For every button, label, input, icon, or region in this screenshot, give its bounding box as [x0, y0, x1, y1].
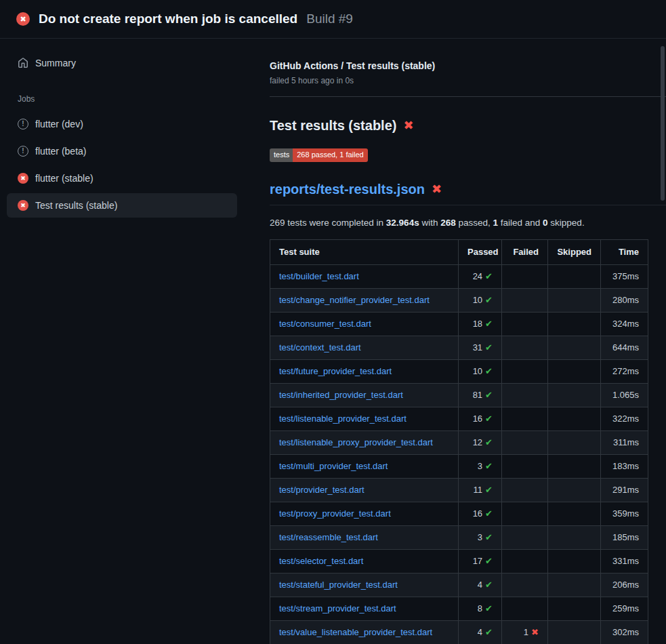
exclamation-circle-icon: ! — [18, 119, 28, 129]
suite-link[interactable]: test/selector_test.dart — [279, 556, 363, 566]
jobs-section-label: Jobs — [7, 78, 237, 112]
skipped-cell — [548, 431, 601, 455]
report-title: reports/test-results.json ✖ — [270, 180, 666, 205]
table-row: test/stream_provider_test.dart 8✔ ✖ 259m… — [270, 597, 648, 621]
table-row: test/proxy_provider_test.dart 16✔ ✖ 359m… — [270, 502, 648, 526]
results-table: Test suite Passed Failed Skipped Time te… — [270, 239, 648, 644]
sidebar-item-test-results-stable[interactable]: ✖ Test results (stable) — [7, 193, 237, 218]
build-number: Build #9 — [306, 9, 353, 28]
passed-count: 16 — [473, 414, 482, 424]
check-icon: ✔ — [485, 342, 493, 353]
suite-link[interactable]: test/stream_provider_test.dart — [279, 603, 396, 613]
skipped-cell — [548, 336, 601, 360]
table-row: test/listenable_provider_test.dart 16✔ ✖… — [270, 407, 648, 431]
suite-link[interactable]: test/reassemble_test.dart — [279, 532, 378, 542]
check-icon: ✔ — [485, 390, 493, 400]
summary-passed: 268 — [440, 218, 456, 228]
check-icon: ✔ — [485, 295, 493, 305]
table-row: test/context_test.dart 31✔ ✖ 644ms — [270, 336, 648, 360]
skipped-cell — [548, 621, 601, 644]
breadcrumb: GitHub Actions / Test results (stable) — [270, 59, 666, 73]
table-row: test/consumer_test.dart 18✔ ✖ 324ms — [270, 313, 648, 336]
check-icon: ✔ — [485, 508, 493, 519]
time-cell: 331ms — [601, 550, 648, 573]
skipped-cell — [548, 265, 601, 289]
passed-count: 24 — [473, 271, 482, 281]
suite-link[interactable]: test/provider_test.dart — [279, 485, 365, 495]
suite-link[interactable]: test/future_provider_test.dart — [279, 366, 392, 376]
sidebar-item-flutter-beta[interactable]: ! flutter (beta) — [7, 139, 237, 163]
skipped-cell — [548, 597, 601, 621]
suite-link[interactable]: test/proxy_provider_test.dart — [279, 508, 391, 519]
sidebar-item-flutter-stable[interactable]: ✖ flutter (stable) — [7, 166, 237, 190]
suite-link[interactable]: test/consumer_test.dart — [279, 319, 371, 329]
passed-count: 4 — [478, 580, 482, 590]
skipped-cell — [548, 573, 601, 597]
status-line: failed 5 hours ago in 0s — [270, 75, 666, 87]
suite-link[interactable]: test/builder_test.dart — [279, 271, 359, 281]
passed-count: 81 — [473, 390, 482, 400]
check-icon: ✔ — [485, 437, 493, 447]
skipped-cell — [548, 289, 601, 313]
table-row: test/provider_test.dart 11✔ ✖ 291ms — [270, 479, 648, 502]
badge-label: tests — [270, 148, 293, 162]
summary-skipped: 0 — [543, 218, 548, 228]
time-cell: 311ms — [601, 431, 648, 455]
check-icon: ✔ — [485, 627, 493, 637]
time-cell: 359ms — [601, 502, 648, 526]
skipped-cell — [548, 360, 601, 384]
passed-count: 10 — [473, 366, 482, 376]
app-header: ✖ Do not create report when job is cance… — [0, 0, 666, 39]
section-title-text: Test results (stable) — [270, 116, 396, 135]
sidebar-item-flutter-dev[interactable]: ! flutter (dev) — [7, 112, 237, 136]
suite-link[interactable]: test/listenable_proxy_provider_test.dart — [279, 437, 433, 447]
time-cell: 259ms — [601, 597, 648, 621]
passed-count: 10 — [473, 295, 482, 305]
x-icon: ✖ — [432, 180, 442, 199]
sidebar-item-label: flutter (stable) — [35, 173, 93, 184]
time-cell: 291ms — [601, 479, 648, 502]
suite-link[interactable]: test/listenable_provider_test.dart — [279, 414, 407, 424]
time-cell: 185ms — [601, 526, 648, 550]
scrollbar-thumb[interactable] — [661, 46, 665, 201]
page-title: Do not create report when job is cancell… — [39, 9, 297, 28]
time-cell: 644ms — [601, 336, 648, 360]
failed-count: 1 — [524, 627, 528, 637]
table-header-row: Test suite Passed Failed Skipped Time — [270, 240, 648, 265]
suite-link[interactable]: test/value_listenable_provider_test.dart — [279, 627, 432, 637]
passed-count: 17 — [473, 556, 482, 566]
passed-count: 18 — [473, 319, 482, 329]
report-file-link[interactable]: reports/test-results.json — [270, 180, 425, 199]
table-row: test/inherited_provider_test.dart 81✔ ✖ … — [270, 384, 648, 407]
table-row: test/stateful_provider_test.dart 4✔ ✖ 20… — [270, 573, 648, 597]
sidebar: Summary Jobs ! flutter (dev) ! flutter (… — [0, 39, 244, 644]
suite-link[interactable]: test/context_test.dart — [279, 342, 361, 353]
time-cell: 375ms — [601, 265, 648, 289]
sidebar-item-label: Summary — [35, 58, 76, 68]
time-cell: 302ms — [601, 621, 648, 644]
check-icon: ✔ — [485, 532, 493, 542]
suite-link[interactable]: test/change_notifier_provider_test.dart — [279, 295, 430, 305]
table-row: test/future_provider_test.dart 10✔ ✖ 272… — [270, 360, 648, 384]
suite-link[interactable]: test/stateful_provider_test.dart — [279, 580, 398, 590]
passed-count: 12 — [473, 437, 482, 447]
suite-link[interactable]: test/inherited_provider_test.dart — [279, 390, 403, 400]
check-icon: ✔ — [485, 366, 493, 376]
suite-link[interactable]: test/multi_provider_test.dart — [279, 461, 388, 471]
time-cell: 322ms — [601, 407, 648, 431]
divider — [270, 96, 666, 97]
x-circle-icon: ✖ — [18, 173, 28, 184]
check-icon: ✔ — [485, 580, 493, 590]
table-row: test/reassemble_test.dart 3✔ ✖ 185ms — [270, 526, 648, 550]
sidebar-item-label: flutter (beta) — [35, 146, 86, 157]
summary-line: 269 tests were completed in 32.964s with… — [270, 216, 666, 230]
time-cell: 206ms — [601, 573, 648, 597]
sidebar-item-label: flutter (dev) — [35, 119, 83, 129]
passed-count: 4 — [478, 627, 482, 637]
sidebar-item-summary[interactable]: Summary — [7, 51, 237, 75]
exclamation-circle-icon: ! — [18, 146, 28, 157]
table-row: test/listenable_proxy_provider_test.dart… — [270, 431, 648, 455]
results-table-body: test/builder_test.dart 24✔ ✖ 375ms test/… — [270, 265, 648, 644]
check-icon: ✔ — [485, 461, 493, 471]
time-cell: 324ms — [601, 313, 648, 336]
